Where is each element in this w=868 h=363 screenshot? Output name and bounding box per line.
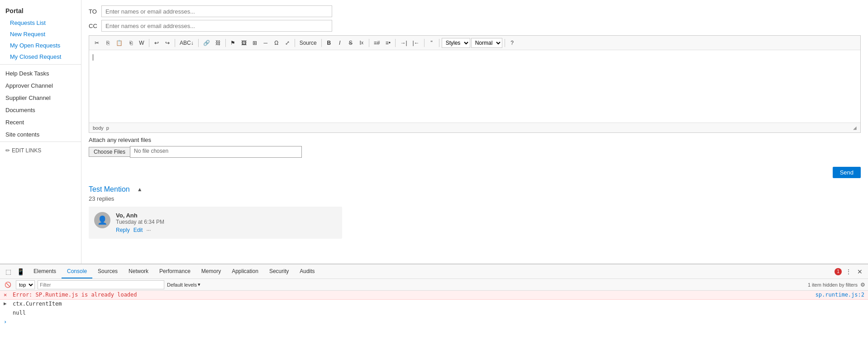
console-null-text: null <box>13 310 864 316</box>
cc-input[interactable] <box>101 20 332 32</box>
flag-button[interactable]: ⚑ <box>228 38 238 48</box>
horizontal-rule-button[interactable]: ─ <box>261 38 271 48</box>
thread-title-row: Test Mention ▲ <box>89 185 861 193</box>
bold-button[interactable]: B <box>324 38 334 48</box>
tab-console[interactable]: Console <box>62 264 92 278</box>
sidebar-item-open-requests[interactable]: My Open Requests <box>0 40 81 51</box>
tab-application[interactable]: Application <box>226 264 264 278</box>
undo-button[interactable]: ↩ <box>152 38 162 48</box>
tab-network[interactable]: Network <box>123 264 154 278</box>
statusbar-body: body <box>93 125 104 131</box>
devtools-inspect-button[interactable]: ⬚ <box>4 267 13 276</box>
console-prompt-icon: › <box>4 319 7 325</box>
sidebar-item-approver-channel[interactable]: Approver Channel <box>0 79 81 91</box>
send-button[interactable]: Send <box>833 167 861 178</box>
tab-elements[interactable]: Elements <box>28 264 62 278</box>
editor-toolbar: ✂ ⎘ 📋 ⎗ W ↩ ↪ ABC↓ 🔗 ⛓ ⚑ 🖼 ⊞ <box>89 36 860 50</box>
unordered-list-button[interactable]: ≡• <box>383 38 393 48</box>
devtools-device-button[interactable]: 📱 <box>15 267 26 276</box>
console-error-link[interactable]: sp.runtime.js:2 <box>816 292 864 298</box>
styles-select[interactable]: Styles <box>442 38 470 48</box>
paste-button[interactable]: 📋 <box>114 38 125 48</box>
format-select[interactable]: Normal <box>471 38 502 48</box>
sidebar-item-help-desk[interactable]: Help Desk Tasks <box>0 66 81 79</box>
sidebar-item-new-request[interactable]: New Request <box>0 28 81 40</box>
attach-label: Attach any relevant files <box>89 137 861 143</box>
thread-title[interactable]: Test Mention <box>89 185 130 193</box>
redo-button[interactable]: ↪ <box>162 38 172 48</box>
pencil-icon: ✏ <box>5 147 10 154</box>
italic-button[interactable]: I <box>335 38 345 48</box>
sidebar-item-supplier-channel[interactable]: Supplier Channel <box>0 91 81 103</box>
subscript-button[interactable]: Ix <box>357 38 367 48</box>
source-button[interactable]: Source <box>297 38 319 48</box>
devtools-topbar: ⬚ 📱 Elements Console Sources Network Per… <box>0 264 868 279</box>
default-levels-label: Default levels <box>167 282 197 288</box>
sidebar-item-closed-requests[interactable]: My Closed Request <box>0 51 81 62</box>
main-content: TO CC ✂ ⎘ 📋 ⎗ W ↩ ↪ <box>81 0 868 264</box>
file-input-row: Choose Files No file chosen <box>89 146 861 158</box>
console-line-ctx: ▶ ctx.CurrentItem <box>0 300 868 309</box>
reply-timestamp: Tuesday at 6:34 PM <box>116 219 337 225</box>
sidebar-item-recent[interactable]: Recent <box>0 115 81 127</box>
reply-card: 👤 Vo, Anh Tuesday at 6:34 PM Reply Edit … <box>89 207 342 239</box>
paste-from-word-button[interactable]: W <box>137 38 147 48</box>
editor-body[interactable] <box>89 50 860 123</box>
help-button[interactable]: ? <box>507 38 517 48</box>
user-icon: 👤 <box>97 215 107 225</box>
tab-audits[interactable]: Audits <box>294 264 320 278</box>
maximize-button[interactable]: ⤢ <box>282 38 292 48</box>
default-levels-button[interactable]: Default levels ▾ <box>167 282 200 288</box>
cut-button[interactable]: ✂ <box>92 38 102 48</box>
edit-button[interactable]: Edit <box>134 227 143 233</box>
console-error-text: Error: SP.Runtime.js is already loaded <box>13 292 816 298</box>
tab-performance[interactable]: Performance <box>154 264 196 278</box>
tab-memory[interactable]: Memory <box>196 264 226 278</box>
reply-content: Vo, Anh Tuesday at 6:34 PM Reply Edit ··… <box>116 212 337 233</box>
devtools-more-button[interactable]: ⋮ <box>844 267 854 276</box>
settings-icon[interactable]: ⚙ <box>860 282 865 288</box>
reply-author: Vo, Anh <box>116 212 337 219</box>
more-button[interactable]: ··· <box>146 227 151 233</box>
console-filter-input[interactable] <box>38 280 164 289</box>
console-toolbar: 🚫 top Default levels ▾ 1 item hidden by … <box>0 279 868 291</box>
link-button[interactable]: 🔗 <box>201 38 212 48</box>
statusbar-p: p <box>106 125 109 131</box>
strikethrough-button[interactable]: S <box>346 38 356 48</box>
sidebar-title: Portal <box>0 4 81 17</box>
console-ctx-text: ctx.CurrentItem <box>13 301 864 307</box>
to-row: TO <box>89 5 861 17</box>
unlink-button[interactable]: ⛓ <box>213 38 223 48</box>
avatar: 👤 <box>94 212 110 228</box>
expand-icon[interactable]: ▶ <box>4 301 11 306</box>
cc-label: CC <box>89 23 101 29</box>
ordered-list-button[interactable]: ≡# <box>372 38 382 48</box>
devtools-close-button[interactable]: ✕ <box>855 267 864 276</box>
console-context-select[interactable]: top <box>16 280 35 289</box>
tab-security[interactable]: Security <box>264 264 294 278</box>
edit-links-button[interactable]: ✏ EDIT LINKS <box>0 144 81 157</box>
resize-handle[interactable]: ◢ <box>853 125 857 130</box>
outdent-button[interactable]: |← <box>410 38 422 48</box>
table-button[interactable]: ⊞ <box>250 38 260 48</box>
sidebar-item-requests-list[interactable]: Requests List <box>0 17 81 28</box>
sidebar-item-documents[interactable]: Documents <box>0 103 81 115</box>
reply-button[interactable]: Reply <box>116 227 130 233</box>
image-button[interactable]: 🖼 <box>239 38 249 48</box>
choose-files-button[interactable]: Choose Files <box>89 147 130 157</box>
console-output: ✕ Error: SP.Runtime.js is already loaded… <box>0 291 868 363</box>
console-prompt-line[interactable]: › <box>0 318 868 327</box>
spellcheck-button[interactable]: ABC↓ <box>177 38 196 48</box>
special-char-button[interactable]: Ω <box>272 38 281 48</box>
sidebar-item-site-contents[interactable]: Site contents <box>0 127 81 140</box>
console-clear-button[interactable]: 🚫 <box>3 281 13 289</box>
to-input[interactable] <box>101 5 332 17</box>
copy-button[interactable]: ⎘ <box>103 38 113 48</box>
tab-sources[interactable]: Sources <box>92 264 123 278</box>
indent-button[interactable]: →| <box>398 38 409 48</box>
thread-collapse-button[interactable]: ▲ <box>137 186 143 193</box>
file-name-display: No file chosen <box>130 146 302 158</box>
sidebar: Portal Requests List New Request My Open… <box>0 0 81 264</box>
blockquote-button[interactable]: " <box>427 38 437 48</box>
paste-text-button[interactable]: ⎗ <box>126 38 136 48</box>
